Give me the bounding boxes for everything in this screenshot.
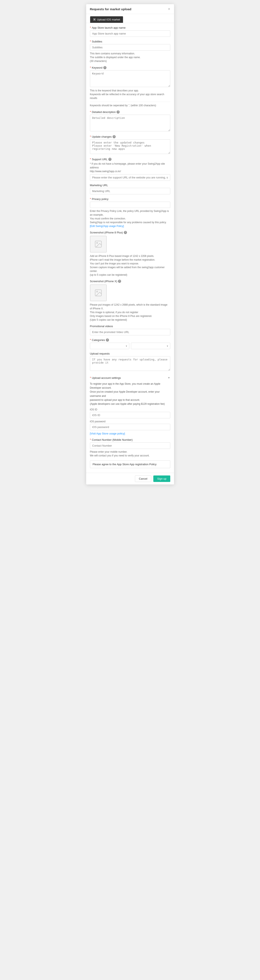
label-text: Update changes bbox=[92, 135, 112, 138]
categories-help-icon[interactable]: ? bbox=[106, 339, 109, 342]
label-text: Subtitles bbox=[92, 40, 102, 43]
signup-button[interactable]: Sign up bbox=[153, 476, 170, 482]
ios-id-label: iOS ID bbox=[90, 408, 170, 411]
agree-box: Please agree to the App Store App regist… bbox=[90, 460, 170, 468]
keyword-textarea[interactable] bbox=[90, 70, 170, 87]
field-detailed-description: * Detailed description ? bbox=[90, 110, 170, 132]
support-url-help-icon[interactable]: ? bbox=[108, 158, 112, 161]
modal-title: Requests for market upload bbox=[90, 7, 131, 11]
keyword-help-icon[interactable]: ? bbox=[103, 66, 107, 69]
field-label-screenshot-iphonex: Screenshot (iPhone X) ? bbox=[90, 280, 170, 283]
modal-container: Requests for market upload × ⌘ Upload IO… bbox=[86, 4, 174, 484]
label-text: Upload requests bbox=[90, 352, 110, 355]
field-label-marketing-url: Marketing URL bbox=[90, 184, 170, 187]
required-star: * bbox=[90, 338, 91, 342]
category-select-wrapper-2 bbox=[131, 343, 170, 349]
label-text: Contact Number (Mobile Number) bbox=[92, 438, 132, 441]
required-star: * bbox=[90, 197, 91, 200]
ios-password-input[interactable] bbox=[90, 424, 170, 430]
agree-text: Please agree to the App Store App regist… bbox=[93, 463, 157, 466]
tab-bar: ⌘ Upload IOS market bbox=[86, 14, 174, 23]
screenshot8-help-icon[interactable]: ? bbox=[124, 231, 127, 234]
required-star: * bbox=[90, 376, 91, 379]
label-text: Categories bbox=[92, 339, 105, 342]
label-text: Screenshot (iPhone X) bbox=[90, 280, 117, 283]
form-body: * App Store launch app name * Subtitles … bbox=[86, 23, 174, 473]
screenshotx-help-icon[interactable]: ? bbox=[118, 280, 121, 283]
update-changes-help-icon[interactable]: ? bbox=[113, 135, 116, 138]
detailed-desc-textarea[interactable] bbox=[90, 115, 170, 131]
collapse-icon[interactable]: ▼ bbox=[168, 376, 170, 379]
support-url-input[interactable] bbox=[90, 174, 170, 181]
field-label-upload-account: * Upload account settings bbox=[90, 376, 121, 379]
privacy-policy-hint: Enter the Privacy Policy Link, the polic… bbox=[90, 209, 170, 228]
svg-point-3 bbox=[96, 291, 97, 292]
field-contact-number: * Contact Number (Mobile Number) Please … bbox=[90, 438, 170, 457]
categories-row bbox=[90, 343, 170, 349]
label-text: Promotional videos bbox=[90, 325, 113, 328]
cancel-button[interactable]: Cancel bbox=[135, 476, 151, 482]
tab-upload-ios[interactable]: ⌘ Upload IOS market bbox=[90, 16, 123, 23]
required-star: * bbox=[90, 158, 91, 161]
category-select-wrapper-1 bbox=[90, 343, 129, 349]
field-label-contact-number: * Contact Number (Mobile Number) bbox=[90, 438, 170, 441]
field-categories: * Categories ? bbox=[90, 338, 170, 349]
label-text: App Store launch app name bbox=[92, 26, 126, 29]
ios-id-input[interactable] bbox=[90, 412, 170, 418]
upload-account-description: To register your app in the App Store, y… bbox=[90, 382, 170, 406]
field-label-support-url: * Support URL ? bbox=[90, 158, 170, 161]
contact-number-input[interactable] bbox=[90, 442, 170, 449]
category-select-2[interactable] bbox=[131, 343, 170, 349]
required-star: * bbox=[90, 40, 91, 43]
keyword-hint1: This is the keyword that describes your … bbox=[90, 89, 170, 100]
image-icon bbox=[94, 240, 102, 248]
screenshotx-placeholder[interactable] bbox=[90, 285, 107, 301]
category-select-1[interactable] bbox=[90, 343, 129, 349]
support-url-hint: * If you do not have a homepage, please … bbox=[90, 162, 170, 173]
upload-requests-textarea[interactable] bbox=[90, 356, 170, 371]
update-changes-textarea[interactable] bbox=[90, 139, 170, 154]
marketing-url-input[interactable] bbox=[90, 188, 170, 194]
tab-label: Upload IOS market bbox=[97, 18, 120, 21]
label-text: Upload account settings bbox=[92, 376, 121, 379]
field-keyword: * Keyword ? This is the keyword that des… bbox=[90, 66, 170, 107]
screenshot8-placeholder[interactable] bbox=[90, 236, 107, 253]
field-subtitles: * Subtitles This item contains summary i… bbox=[90, 40, 170, 63]
label-text: Marketing URL bbox=[90, 184, 108, 187]
label-text: Privacy policy bbox=[92, 197, 108, 200]
close-button[interactable]: × bbox=[168, 7, 170, 11]
field-privacy-policy: * Privacy policy http://www.swing2app.co… bbox=[90, 197, 170, 228]
required-star: * bbox=[90, 110, 91, 114]
required-star: * bbox=[90, 66, 91, 69]
privacy-policy-input[interactable]: http://www.swing2app.co.kr/app_policy.js… bbox=[90, 202, 170, 208]
subtitles-input[interactable] bbox=[90, 44, 170, 51]
field-support-url: * Support URL ? * If you do not have a h… bbox=[90, 158, 170, 181]
required-star: * bbox=[90, 438, 91, 441]
modal-header: Requests for market upload × bbox=[86, 4, 174, 14]
field-label-detailed-desc: * Detailed description ? bbox=[90, 110, 170, 114]
field-label-screenshot-iphone8: Screenshot (iPhone 8 Plus) ? bbox=[90, 231, 170, 234]
svg-point-1 bbox=[96, 242, 97, 243]
required-star: * bbox=[90, 26, 91, 29]
subtitles-hint: This item contains summary information. … bbox=[90, 52, 170, 63]
ios-id-group: iOS ID bbox=[90, 408, 170, 418]
ios-password-label: iOS password bbox=[90, 420, 170, 423]
form-section: * App Store launch app name * Subtitles … bbox=[86, 23, 174, 473]
field-update-changes: * Update changes ? bbox=[90, 135, 170, 154]
ios-password-group: iOS password bbox=[90, 420, 170, 430]
app-store-policy-link[interactable]: [Visit App Store usage policy] bbox=[90, 432, 125, 435]
modal-footer: Cancel Sign up bbox=[86, 473, 174, 484]
screenshotx-hint: Please put images of 1242 x 2688 pixels,… bbox=[90, 303, 170, 322]
edit-policy-link[interactable]: [Edit Swing2App usage Policy] bbox=[90, 225, 124, 228]
label-text: Support URL bbox=[92, 158, 107, 161]
field-label-keyword: * Keyword ? bbox=[90, 66, 170, 69]
upload-account-header: * Upload account settings ▼ bbox=[90, 374, 170, 381]
detailed-desc-help-icon[interactable]: ? bbox=[116, 110, 120, 114]
label-text: Keyword bbox=[92, 66, 102, 69]
promotional-videos-input[interactable] bbox=[90, 329, 170, 335]
field-label-app-name: * App Store launch app name bbox=[90, 26, 170, 29]
label-text: Detailed description bbox=[92, 110, 116, 114]
app-name-input[interactable] bbox=[90, 30, 170, 37]
field-label-update-changes: * Update changes ? bbox=[90, 135, 170, 138]
field-label-subtitles: * Subtitles bbox=[90, 40, 170, 43]
